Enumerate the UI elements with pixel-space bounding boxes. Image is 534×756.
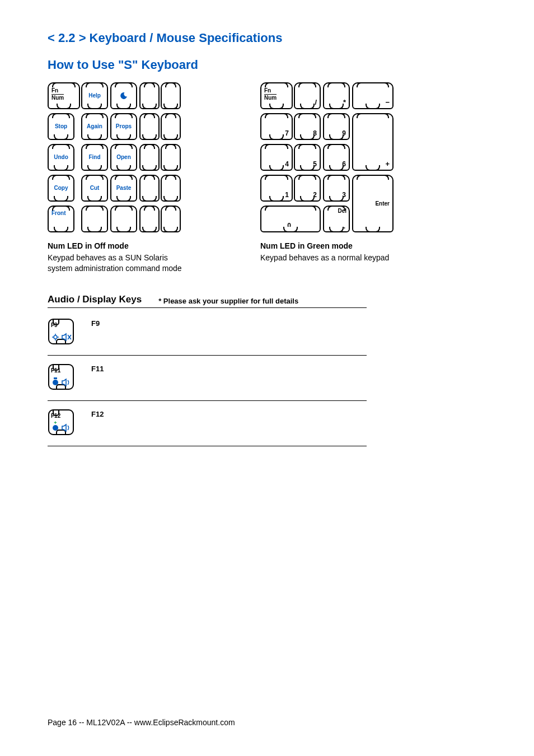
- key-blank-r3a: [139, 175, 160, 202]
- key-del: Del .: [323, 206, 350, 232]
- key-blank-r4b: [110, 206, 137, 232]
- key-blank-r4c: [139, 206, 160, 232]
- key-6: 6: [323, 144, 350, 171]
- key-blank-r4d: [161, 206, 181, 232]
- key-blank-r0b: [161, 82, 181, 109]
- keycap-f11: F11 -: [48, 363, 74, 390]
- audio-section-note: * Please ask your supplier for full deta…: [158, 297, 298, 305]
- key-2: 2: [294, 175, 321, 202]
- key-blank-r1b: [161, 113, 181, 140]
- moon-icon: [119, 91, 128, 100]
- key-again: Again: [81, 113, 108, 140]
- vol-up-icon: +: [53, 420, 58, 431]
- key-5: 5: [294, 144, 321, 171]
- page-subtitle: How to Use "S" Keyboard: [48, 58, 486, 72]
- keycap-label: F9: [51, 322, 58, 328]
- audio-key-f11-row: F11 - F11: [48, 359, 367, 401]
- key-plus: +: [352, 113, 394, 171]
- left-caption-body: Keypad behaves as a SUN Solaris system a…: [48, 253, 193, 274]
- svg-point-15: [53, 425, 58, 431]
- key-fn-num-right: Fn Num: [260, 82, 293, 109]
- key-multiply: *: [323, 82, 350, 109]
- svg-text:+: +: [54, 420, 57, 426]
- vol-down-icon: -: [53, 376, 58, 385]
- section-number: < 2.2 > Keyboard / Mouse Specifications: [48, 31, 486, 45]
- svg-point-1: [54, 335, 57, 339]
- key-help: Help: [81, 82, 108, 109]
- key-blank-r3b: [161, 175, 181, 202]
- key-3: 3: [323, 175, 350, 202]
- right-caption-title: Num LED in Green mode: [260, 241, 411, 250]
- key-1: 1: [260, 175, 293, 202]
- key-find: Find: [81, 144, 108, 171]
- audio-key-f9-label: F9: [91, 318, 100, 328]
- key-front: Front: [48, 206, 74, 232]
- key-9: 9: [323, 113, 350, 140]
- audio-key-f12-label: F12: [91, 409, 104, 418]
- key-blank-r1a: [139, 113, 160, 140]
- right-caption-body: Keypad behaves as a normal keypad: [260, 253, 411, 263]
- left-keyboard-block: Fn Num Help Stop Again Props: [48, 82, 193, 274]
- key-moon: [110, 82, 137, 109]
- audio-key-f9-row: F9 F9: [48, 314, 367, 356]
- page-footer: Page 16 -- ML12V02A -- www.EclipseRackmo…: [48, 718, 235, 727]
- key-blank-r2b: [161, 144, 181, 171]
- key-divide: /: [294, 82, 321, 109]
- audio-key-f11-label: F11: [91, 363, 104, 373]
- svg-text:F12: F12: [51, 413, 61, 419]
- key-copy: Copy: [48, 175, 74, 202]
- key-paste: Paste: [110, 175, 137, 202]
- keycap-f9: F9: [48, 318, 74, 345]
- audio-key-f12-row: F12 + F12: [48, 404, 367, 446]
- key-fn-num: Fn Num: [48, 82, 80, 109]
- key-cut: Cut: [81, 175, 108, 202]
- left-caption-title: Num LED in Off mode: [48, 241, 193, 250]
- audio-display-section: Audio / Display Keys * Please ask your s…: [48, 294, 367, 446]
- key-stop: Stop: [48, 113, 74, 140]
- key-props: Props: [110, 113, 137, 140]
- svg-text:F11: F11: [51, 367, 61, 374]
- svg-point-10: [53, 380, 58, 385]
- audio-section-title: Audio / Display Keys: [48, 294, 142, 305]
- key-undo: Undo: [48, 144, 74, 171]
- key-enter: Enter: [352, 175, 394, 232]
- key-blank-r0a: [139, 82, 160, 109]
- keycap-f12: F12 +: [48, 409, 74, 436]
- key-8: 8: [294, 113, 321, 140]
- key-4: 4: [260, 144, 293, 171]
- key-blank-r4a: [81, 206, 108, 232]
- key-minus: −: [352, 82, 394, 109]
- key-open: Open: [110, 144, 137, 171]
- right-keyboard-block: Fn Num / * − 7 8 9 + 4 5 6 1: [260, 82, 411, 274]
- key-0: 0: [260, 206, 321, 232]
- key-7: 7: [260, 113, 293, 140]
- key-blank-r2a: [139, 144, 160, 171]
